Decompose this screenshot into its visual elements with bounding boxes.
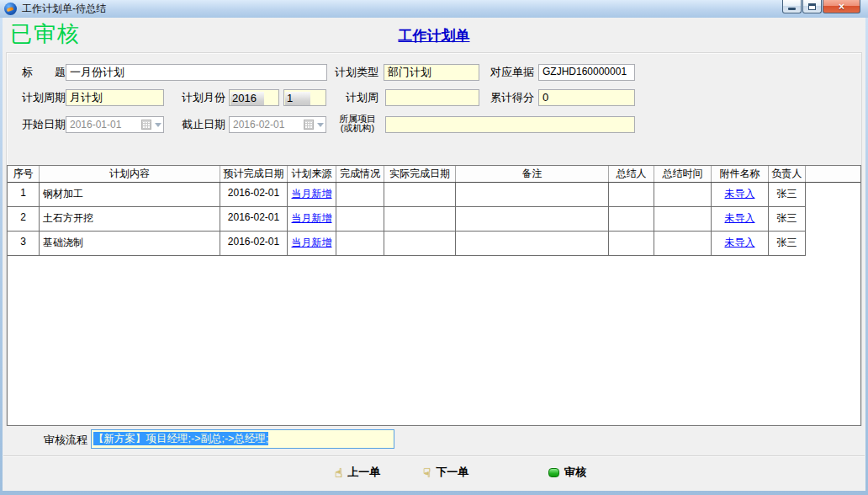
col-header-attachment[interactable]: 附件名称 bbox=[712, 166, 769, 182]
cell-actual-date bbox=[384, 183, 456, 207]
col-header-actual-date[interactable]: 实际完成日期 bbox=[384, 166, 456, 182]
cell-attachment: 未导入 bbox=[712, 183, 769, 207]
plan-month-spinner[interactable]: 1 bbox=[283, 89, 326, 106]
plan-week-field[interactable] bbox=[385, 89, 479, 106]
cell-owner: 张三 bbox=[769, 183, 806, 207]
attachment-link[interactable]: 未导入 bbox=[725, 188, 755, 200]
approve-button[interactable]: 审核 bbox=[548, 463, 586, 482]
chevron-down-icon[interactable] bbox=[155, 123, 161, 127]
total-score-field[interactable]: 0 bbox=[538, 89, 635, 106]
cell-summarizer bbox=[609, 232, 654, 256]
total-score-label: 累计得分 bbox=[490, 89, 534, 106]
cell-status bbox=[336, 183, 384, 207]
plan-cycle-label: 计划周期 bbox=[22, 89, 66, 106]
cell-status bbox=[336, 232, 384, 256]
project-label-line2: (或机构) bbox=[341, 123, 374, 133]
cell-summarizer bbox=[609, 207, 654, 232]
title-bar[interactable]: 工作计划单-待总结 bbox=[0, 0, 868, 18]
maximize-button[interactable] bbox=[802, 0, 822, 13]
cell-source: 当月新增 bbox=[288, 232, 336, 256]
plan-type-field[interactable]: 部门计划 bbox=[384, 64, 479, 81]
app-icon bbox=[4, 3, 17, 15]
cell-no: 2 bbox=[8, 207, 40, 232]
title-field[interactable]: 一月份计划 bbox=[66, 64, 327, 81]
col-header-source[interactable]: 计划来源 bbox=[288, 166, 336, 182]
col-header-remark[interactable]: 备注 bbox=[456, 166, 609, 182]
project-label: 所属项目 (或机构) bbox=[333, 114, 382, 133]
review-flow-label: 审核流程 bbox=[44, 433, 87, 448]
button-bar-separator bbox=[3, 455, 865, 457]
cell-filler bbox=[806, 232, 860, 256]
col-header-expected-date[interactable]: 预计完成日期 bbox=[220, 166, 288, 182]
col-header-summarizer[interactable]: 总结人 bbox=[609, 166, 654, 182]
cell-attachment: 未导入 bbox=[712, 207, 769, 232]
chevron-down-icon[interactable] bbox=[317, 123, 324, 127]
table-row[interactable]: 3 基础浇制 2016-02-01 当月新增 未导入 张三 bbox=[8, 232, 860, 256]
review-flow-selected-text: 【新方案】项目经理;->副总;->总经理; bbox=[93, 432, 268, 445]
table-header-row: 序号 计划内容 预计完成日期 计划来源 完成情况 实际完成日期 备注 总结人 总… bbox=[8, 166, 860, 183]
ref-doc-field[interactable]: GZJHD160000001 bbox=[538, 64, 635, 81]
review-flow-input[interactable]: 【新方案】项目经理;->副总;->总经理; bbox=[91, 429, 394, 449]
col-header-no[interactable]: 序号 bbox=[8, 166, 40, 182]
plan-week-label: 计划周 bbox=[335, 89, 378, 106]
source-link[interactable]: 当月新增 bbox=[292, 212, 332, 224]
cell-expected-date: 2016-02-01 bbox=[220, 232, 288, 256]
green-led-icon bbox=[548, 468, 559, 477]
page-title: 工作计划单 bbox=[0, 26, 868, 45]
cell-content: 基础浇制 bbox=[40, 232, 220, 256]
cell-summary-time bbox=[654, 232, 712, 256]
prev-doc-button[interactable]: ☝ 上一单 bbox=[335, 463, 380, 482]
source-link[interactable]: 当月新增 bbox=[292, 237, 332, 248]
plan-cycle-field[interactable]: 月计划 bbox=[66, 89, 164, 106]
table-row[interactable]: 1 钢材加工 2016-02-01 当月新增 未导入 张三 bbox=[8, 183, 860, 207]
col-header-status[interactable]: 完成情况 bbox=[336, 166, 384, 182]
cell-status bbox=[336, 207, 384, 232]
maximize-icon bbox=[808, 3, 816, 10]
end-date-label: 截止日期 bbox=[182, 116, 225, 133]
col-header-content[interactable]: 计划内容 bbox=[40, 166, 220, 182]
minimize-button[interactable] bbox=[782, 0, 802, 13]
next-doc-button[interactable]: ☟ 下一单 bbox=[423, 463, 468, 482]
cell-no: 3 bbox=[8, 232, 40, 256]
calendar-icon bbox=[141, 120, 151, 130]
plan-year-spinner[interactable]: 2016 bbox=[229, 89, 279, 106]
end-date-value: 2016-02-01 bbox=[233, 118, 304, 132]
cell-source: 当月新增 bbox=[288, 183, 336, 207]
ref-doc-label: 对应单据 bbox=[490, 64, 534, 81]
table-row[interactable]: 2 土石方开挖 2016-02-01 当月新增 未导入 张三 bbox=[8, 207, 860, 232]
close-button[interactable]: × bbox=[823, 0, 860, 13]
start-date-field[interactable]: 2016-01-01 bbox=[66, 116, 164, 133]
cell-no: 1 bbox=[8, 183, 40, 207]
app-window: 工作计划单-待总结 × 已审核 工作计划单 标 题 一月份计划 计划类型 部门计… bbox=[0, 0, 868, 495]
cell-expected-date: 2016-02-01 bbox=[220, 183, 288, 207]
cell-owner: 张三 bbox=[769, 232, 806, 256]
project-field[interactable] bbox=[385, 116, 635, 133]
col-header-summary-time[interactable]: 总结时间 bbox=[654, 166, 712, 182]
attachment-link[interactable]: 未导入 bbox=[725, 212, 755, 224]
start-date-label: 开始日期 bbox=[22, 116, 66, 133]
cell-summary-time bbox=[654, 183, 712, 207]
cell-summarizer bbox=[609, 183, 654, 207]
plan-table: 序号 计划内容 预计完成日期 计划来源 完成情况 实际完成日期 备注 总结人 总… bbox=[7, 165, 861, 426]
cell-summary-time bbox=[654, 207, 712, 232]
approve-label: 审核 bbox=[564, 465, 586, 480]
cell-actual-date bbox=[384, 232, 456, 256]
plan-month-label: 计划月份 bbox=[182, 89, 225, 106]
cell-remark bbox=[456, 207, 609, 232]
cell-expected-date: 2016-02-01 bbox=[220, 207, 288, 232]
next-doc-label: 下一单 bbox=[436, 465, 468, 480]
close-icon: × bbox=[839, 1, 844, 13]
col-header-filler bbox=[806, 166, 860, 182]
cell-attachment: 未导入 bbox=[712, 232, 769, 256]
attachment-link[interactable]: 未导入 bbox=[725, 237, 755, 248]
cell-remark bbox=[456, 232, 609, 256]
window-title: 工作计划单-待总结 bbox=[22, 2, 106, 16]
plan-month-value: 1 bbox=[285, 92, 310, 105]
plan-year-value: 2016 bbox=[230, 92, 264, 105]
start-date-value: 2016-01-01 bbox=[70, 118, 141, 132]
source-link[interactable]: 当月新增 bbox=[292, 188, 332, 200]
minimize-icon bbox=[788, 8, 796, 10]
cell-filler bbox=[806, 183, 860, 207]
end-date-field[interactable]: 2016-02-01 bbox=[229, 116, 326, 133]
col-header-owner[interactable]: 负责人 bbox=[769, 166, 806, 182]
